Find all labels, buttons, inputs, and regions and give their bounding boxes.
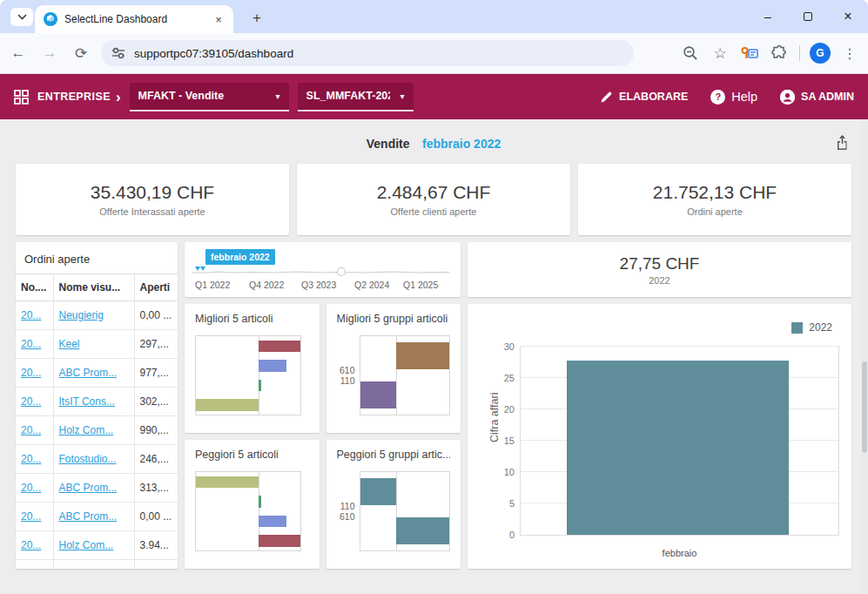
profile-button[interactable]: G (807, 40, 833, 66)
order-link[interactable]: 20... (21, 510, 41, 523)
y-tick-label: 10 (504, 467, 515, 477)
open-orders-table: No....Nome visu...Aperti 20...Neugierig0… (16, 273, 178, 569)
zoom-button[interactable] (677, 40, 703, 66)
forward-button[interactable]: → (37, 40, 63, 66)
order-link[interactable]: 20... (21, 453, 41, 465)
order-link[interactable]: ABC Prom... (59, 510, 118, 523)
order-link[interactable]: Neugierig (59, 309, 104, 321)
chart-bar[interactable] (259, 341, 300, 353)
question-icon: ? (710, 90, 725, 105)
bookmark-button[interactable]: ☆ (707, 40, 733, 66)
address-bar[interactable]: supportpc07:39105/dashboard (101, 40, 634, 66)
password-manager-extension[interactable] (737, 40, 763, 66)
range-start-handle[interactable] (195, 267, 205, 271)
table-row: 20...Neugierig0,00 ... (16, 301, 178, 330)
order-link[interactable]: Holz Com... (59, 539, 114, 551)
help-button[interactable]: ? Help (710, 90, 757, 105)
table-row: 20...Holz Com...990,... (16, 416, 178, 445)
browser-toolbar: ← → ⟳ supportpc07:39105/dashboard ☆ (0, 33, 868, 74)
chart-bar[interactable] (360, 478, 397, 505)
order-link[interactable]: 20... (21, 338, 41, 350)
timeline-selection-chip[interactable]: febbraio 2022 (205, 249, 275, 265)
open-amount-cell: 313,... (134, 474, 178, 503)
order-link[interactable]: 20... (21, 424, 41, 436)
table-row (16, 560, 178, 570)
extensions-button[interactable] (766, 40, 792, 66)
key-icon (741, 46, 758, 60)
y-tick-label: 30 (504, 341, 515, 352)
worst-groups-chart-card: Peggiori 5 gruppi artic... 110610 (326, 440, 461, 569)
page-title: Vendite (367, 137, 410, 151)
table-row: 20...Holz Com...3.94... (16, 531, 178, 560)
table-row: 20...ABC Prom...977,... (16, 359, 178, 388)
column-header[interactable]: No.... (16, 274, 53, 301)
url-text: supportpc07:39105/dashboard (134, 47, 293, 60)
x-axis-label: febbraio (520, 548, 839, 558)
best-articles-chart[interactable] (195, 335, 301, 415)
order-link[interactable]: Holz Com... (59, 424, 114, 436)
order-link[interactable]: Keel (59, 338, 80, 350)
company-breadcrumb[interactable]: ENTREPRISE (37, 91, 111, 103)
maximize-button[interactable] (788, 0, 828, 33)
order-link[interactable]: ItsIT Cons... (59, 395, 115, 408)
user-menu-button[interactable]: SA ADMIN (780, 90, 854, 105)
page-scrollbar[interactable] (861, 119, 868, 594)
chart-bar[interactable] (396, 517, 449, 544)
range-slider-handle[interactable] (338, 268, 346, 276)
chart-bar[interactable] (259, 496, 261, 508)
reload-button[interactable]: ⟳ (68, 40, 94, 66)
minimize-button[interactable]: – (748, 0, 788, 33)
chart-bar[interactable] (259, 535, 300, 547)
best-groups-chart[interactable] (360, 335, 451, 415)
order-link[interactable]: 20... (21, 482, 41, 494)
puzzle-icon (771, 45, 787, 61)
order-link[interactable]: 20... (21, 539, 41, 551)
chart-bar[interactable] (259, 360, 286, 372)
site-settings-icon[interactable] (111, 46, 125, 60)
order-link[interactable]: 20... (21, 395, 41, 408)
browser-tab[interactable]: SelectLine Dashboard × (35, 5, 233, 33)
elaborate-button[interactable]: ELABORARE (600, 91, 688, 104)
database-dropdown[interactable]: SL_MMFAKT-202... ▾ (298, 83, 414, 111)
y-axis-title: Cifra affari (488, 393, 501, 442)
order-link[interactable]: 20... (21, 309, 41, 321)
close-button[interactable]: × (828, 0, 868, 33)
order-link[interactable]: ABC Prom... (59, 482, 118, 494)
scrollbar-thumb[interactable] (862, 361, 867, 453)
revenue-bar[interactable] (567, 361, 790, 535)
page-period[interactable]: febbraio 2022 (422, 137, 501, 151)
open-amount-cell: 297,... (134, 330, 178, 359)
browser-menu-button[interactable]: ⋮ (837, 40, 863, 66)
column-header[interactable]: Aperti (134, 274, 178, 301)
worst-groups-chart[interactable] (360, 471, 451, 551)
kpi-card-offers-customers: 2.484,67 CHF Offerte clienti aperte (297, 164, 570, 235)
column-header[interactable]: Nome visu... (53, 274, 134, 301)
new-tab-button[interactable]: + (246, 7, 268, 30)
revenue-chart-plot[interactable]: 051015202530 (520, 346, 839, 536)
tab-search-button[interactable] (10, 8, 33, 26)
chart-legend[interactable]: 2022 (791, 321, 832, 334)
chart-bar[interactable] (259, 380, 261, 392)
chart-bar[interactable] (196, 476, 259, 489)
chart-bar[interactable] (196, 399, 259, 411)
order-link[interactable]: Fotostudio... (59, 453, 117, 465)
worst-articles-chart[interactable] (195, 471, 301, 551)
order-link[interactable]: 20... (21, 367, 41, 379)
timeline-tick-label: Q4 2022 (249, 280, 284, 290)
zoom-out-icon (683, 45, 698, 61)
export-button[interactable] (836, 135, 849, 150)
apps-grid-icon[interactable] (14, 90, 29, 105)
chart-category-labels: 610110 (337, 365, 360, 386)
user-icon (780, 90, 795, 105)
worst-articles-chart-card: Peggiori 5 articoli (185, 440, 320, 569)
table-header-row: No....Nome visu...Aperti (16, 274, 178, 301)
timeline-range-slider[interactable] (192, 265, 454, 277)
tab-close-button[interactable]: × (211, 11, 226, 27)
open-amount-cell: 0,00 ... (134, 503, 178, 531)
order-link[interactable]: ABC Prom... (59, 367, 118, 379)
chart-bar[interactable] (360, 381, 397, 408)
chart-bar[interactable] (259, 516, 286, 528)
back-button[interactable]: ← (5, 40, 31, 66)
chart-bar[interactable] (396, 342, 449, 369)
dashboard-dropdown[interactable]: MFAKT - Vendite ▾ (130, 83, 289, 111)
